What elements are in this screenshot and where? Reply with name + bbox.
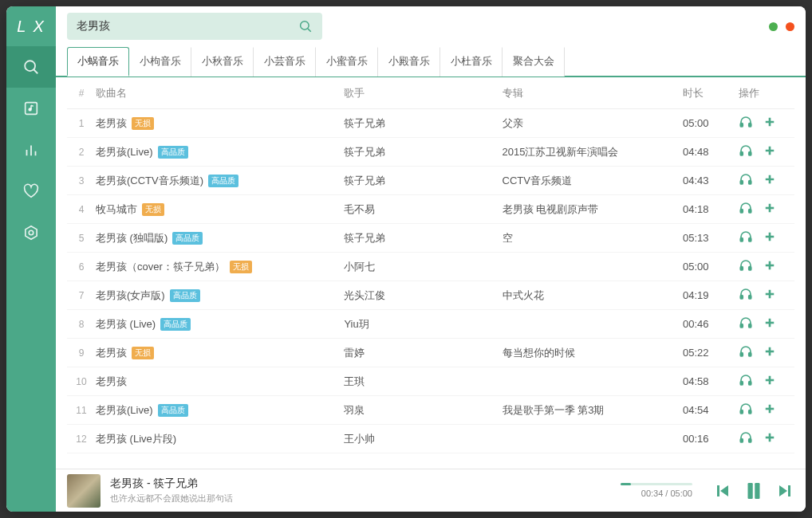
play-action[interactable] [739, 287, 753, 304]
results-table: # 歌曲名 歌手 专辑 时长 操作 1老男孩无损筷子兄弟父亲05:002老男孩(… [56, 77, 806, 469]
table-header: # 歌曲名 歌手 专辑 时长 操作 [67, 77, 794, 109]
search-box [67, 13, 322, 40]
window-controls [769, 22, 794, 31]
progress-bar[interactable] [621, 483, 692, 485]
source-tab[interactable]: 聚合大会 [503, 47, 565, 77]
svg-rect-28 [749, 238, 751, 242]
table-row[interactable]: 10老男孩王琪04:58 [67, 367, 794, 396]
play-action[interactable] [739, 115, 753, 131]
svg-rect-39 [740, 324, 743, 328]
svg-point-9 [301, 22, 309, 30]
source-tab[interactable]: 小秋音乐 [191, 47, 254, 77]
hq-badge: 高品质 [158, 146, 188, 159]
table-row[interactable]: 5老男孩 (独唱版)高品质筷子兄弟空05:13 [67, 224, 794, 253]
search-button[interactable] [298, 19, 313, 33]
table-row[interactable]: 2老男孩(Live)高品质筷子兄弟2015江苏卫视新年演唱会04:48 [67, 138, 794, 167]
svg-rect-51 [740, 410, 743, 414]
minimize-button[interactable] [769, 22, 778, 31]
headphones-icon [739, 115, 753, 131]
playlist-icon [22, 100, 40, 117]
play-action[interactable] [739, 344, 753, 361]
svg-rect-20 [749, 181, 751, 185]
nav-ranking[interactable] [6, 129, 56, 171]
play-action[interactable] [739, 430, 753, 447]
album-art[interactable] [67, 474, 101, 508]
source-tab[interactable]: 小芸音乐 [254, 47, 316, 77]
play-action[interactable] [739, 172, 753, 189]
add-action[interactable] [763, 316, 777, 332]
svg-rect-15 [740, 152, 743, 156]
row-artist: 光头江俊 [344, 288, 502, 303]
add-action[interactable] [763, 430, 777, 447]
row-duration: 04:43 [683, 175, 739, 186]
app-window: L X 小蜗音乐小 [6, 6, 806, 512]
row-album: 每当想你的时候 [503, 346, 683, 360]
svg-marker-63 [779, 485, 787, 496]
svg-rect-55 [740, 439, 743, 443]
song-title: 老男孩（cover：筷子兄弟） [96, 260, 225, 274]
prev-button[interactable] [713, 481, 732, 500]
svg-rect-23 [740, 210, 743, 214]
row-index: 4 [67, 204, 96, 215]
nav-favorites[interactable] [6, 171, 56, 212]
row-operations [739, 287, 794, 304]
song-title: 老男孩 (独唱版) [96, 231, 168, 245]
headphones-icon [739, 344, 753, 361]
row-artist: 小阿七 [344, 260, 502, 274]
add-action[interactable] [763, 143, 777, 160]
headphones-icon [739, 287, 753, 304]
add-action[interactable] [763, 344, 777, 361]
table-row[interactable]: 7老男孩(女声版)高品质光头江俊中式火花04:19 [67, 281, 794, 310]
add-action[interactable] [763, 258, 777, 275]
search-icon [298, 19, 313, 33]
pause-button[interactable] [742, 479, 766, 503]
row-name: 老男孩(女声版)高品质 [96, 288, 344, 303]
source-tab[interactable]: 小蜜音乐 [316, 47, 378, 77]
table-row[interactable]: 12老男孩 (Live片段)王小帅00:16 [67, 425, 794, 453]
play-action[interactable] [739, 230, 753, 246]
nav-settings[interactable] [6, 212, 56, 253]
play-action[interactable] [739, 373, 753, 390]
close-button[interactable] [786, 22, 794, 31]
nav-search[interactable] [6, 46, 56, 88]
play-action[interactable] [739, 258, 753, 275]
source-tab[interactable]: 小杜音乐 [440, 47, 503, 77]
add-action[interactable] [763, 402, 777, 418]
row-album: 我是歌手第一季 第3期 [503, 403, 683, 418]
source-tab[interactable]: 小蜗音乐 [67, 47, 129, 77]
track-info: 老男孩 - 筷子兄弟 也许永远都不会跟她说出那句话 [110, 477, 233, 504]
lossless-badge: 无损 [142, 203, 164, 216]
row-operations [739, 344, 794, 361]
source-tab[interactable]: 小枸音乐 [129, 47, 191, 77]
add-action[interactable] [763, 287, 777, 304]
hq-badge: 高品质 [160, 318, 191, 331]
next-button[interactable] [775, 481, 794, 500]
source-tab[interactable]: 小殿音乐 [378, 47, 440, 77]
table-row[interactable]: 9老男孩无损雷婷每当想你的时候05:22 [67, 339, 794, 367]
add-action[interactable] [763, 115, 777, 131]
add-action[interactable] [763, 201, 777, 218]
search-input[interactable] [77, 20, 298, 33]
row-artist: 筷子兄弟 [344, 116, 502, 131]
table-row[interactable]: 4牧马城市无损毛不易老男孩 电视剧原声带04:18 [67, 195, 794, 224]
play-action[interactable] [739, 402, 753, 418]
play-action[interactable] [739, 316, 753, 332]
table-row[interactable]: 1老男孩无损筷子兄弟父亲05:00 [67, 109, 794, 138]
table-row[interactable]: 3老男孩(CCTV音乐频道)高品质筷子兄弟CCTV音乐频道04:43 [67, 167, 794, 195]
table-row[interactable]: 8老男孩 (Live)高品质Yiu玥00:46 [67, 310, 794, 339]
table-row[interactable]: 11老男孩(Live)高品质羽泉我是歌手第一季 第3期04:54 [67, 396, 794, 425]
add-action[interactable] [763, 230, 777, 246]
add-action[interactable] [763, 172, 777, 189]
svg-rect-61 [748, 483, 753, 499]
row-operations [739, 230, 794, 246]
play-action[interactable] [739, 201, 753, 218]
table-row[interactable]: 6老男孩（cover：筷子兄弟）无损小阿七05:00 [67, 253, 794, 281]
row-duration: 05:22 [683, 347, 739, 359]
play-action[interactable] [739, 143, 753, 160]
nav-playlist[interactable] [6, 88, 56, 129]
svg-rect-56 [749, 439, 751, 443]
row-operations [739, 258, 794, 275]
main-content: 小蜗音乐小枸音乐小秋音乐小芸音乐小蜜音乐小殿音乐小杜音乐聚合大会 # 歌曲名 歌… [56, 6, 806, 512]
add-action[interactable] [763, 373, 777, 390]
svg-rect-48 [749, 382, 751, 386]
